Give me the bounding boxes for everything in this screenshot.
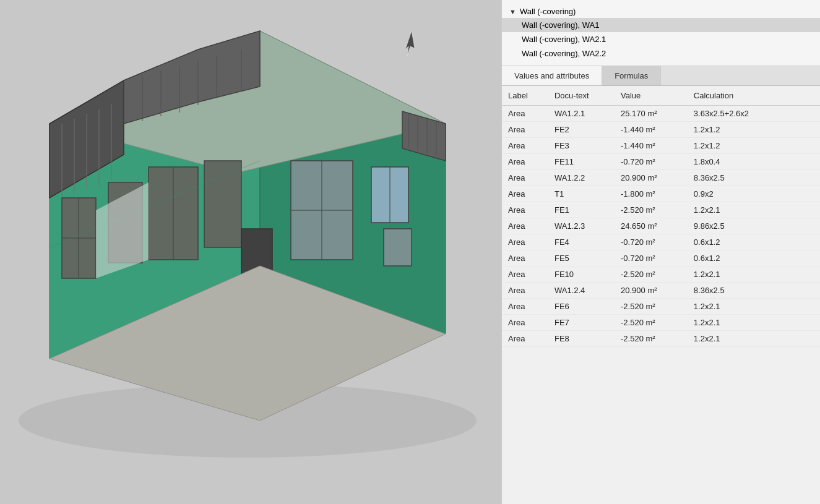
cell-label-3: Area — [502, 154, 548, 170]
cell-value-5: -1.800 m² — [615, 186, 688, 202]
cell-docu-12: FE6 — [548, 299, 615, 315]
tree-child-label: Wall (-covering), WA1 — [522, 20, 599, 30]
table-row[interactable]: AreaFE5-0.720 m²0.6x1.2 — [502, 250, 820, 267]
svg-rect-25 — [204, 161, 241, 247]
cell-value-11: 20.900 m² — [615, 283, 688, 299]
cell-label-0: Area — [502, 106, 548, 122]
3d-viewport[interactable] — [0, 0, 501, 504]
tree-child-wa21[interactable]: Wall (-covering), WA2.1 — [502, 32, 820, 46]
cell-value-8: -0.720 m² — [615, 234, 688, 250]
cell-docu-1: FE2 — [548, 122, 615, 138]
table-row[interactable]: AreaFE8-2.520 m²1.2x2.1 — [502, 331, 820, 347]
table-row[interactable]: AreaWA1.2.420.900 m²8.36x2.5 — [502, 283, 820, 299]
table-row[interactable]: AreaWA1.2.125.170 m²3.63x2.5+2.6x2 — [502, 106, 820, 122]
tree-parent-wall-covering[interactable]: ▼ Wall (-covering) — [502, 5, 820, 18]
cell-docu-10: FE10 — [548, 267, 615, 283]
cell-value-7: 24.650 m² — [615, 218, 688, 234]
cell-calc-11: 8.36x2.5 — [688, 283, 820, 299]
cell-label-7: Area — [502, 218, 548, 234]
cell-docu-9: FE5 — [548, 250, 615, 267]
cell-value-4: 20.900 m² — [615, 170, 688, 186]
svg-rect-41 — [384, 229, 412, 266]
cell-docu-2: FE3 — [548, 138, 615, 154]
cell-docu-13: FE7 — [548, 315, 615, 331]
col-header-docu: Docu-text — [548, 86, 615, 106]
cell-value-10: -2.520 m² — [615, 267, 688, 283]
col-header-label: Label — [502, 86, 548, 106]
tree-child-wa22[interactable]: Wall (-covering), WA2.2 — [502, 46, 820, 61]
table-row[interactable]: AreaT1-1.800 m²0.9x2 — [502, 186, 820, 202]
cell-value-0: 25.170 m² — [615, 106, 688, 122]
cell-label-10: Area — [502, 267, 548, 283]
cell-value-2: -1.440 m² — [615, 138, 688, 154]
table-row[interactable]: AreaFE3-1.440 m²1.2x1.2 — [502, 138, 820, 154]
chevron-down-icon: ▼ — [509, 8, 516, 15]
cell-calc-14: 1.2x2.1 — [688, 331, 820, 347]
table-row[interactable]: AreaFE2-1.440 m²1.2x1.2 — [502, 122, 820, 138]
values-table: Label Docu-text Value Calculation AreaWA… — [502, 86, 820, 347]
cell-calc-13: 1.2x2.1 — [688, 315, 820, 331]
cell-label-4: Area — [502, 170, 548, 186]
table-row[interactable]: AreaFE11-0.720 m²1.8x0.4 — [502, 154, 820, 170]
cell-value-13: -2.520 m² — [615, 315, 688, 331]
tree-child-label: Wall (-covering), WA2.1 — [522, 35, 606, 44]
tab-values[interactable]: Values and attributes — [502, 66, 602, 85]
cell-label-11: Area — [502, 283, 548, 299]
cell-label-13: Area — [502, 315, 548, 331]
cell-label-6: Area — [502, 202, 548, 218]
tabs-bar: Values and attributes Formulas — [502, 66, 820, 86]
col-header-calc: Calculation — [688, 86, 820, 106]
tree-child-wa1[interactable]: Wall (-covering), WA1 — [502, 18, 820, 32]
tree-section: ▼ Wall (-covering) Wall (-covering), WA1… — [502, 0, 820, 66]
table-row[interactable]: AreaFE1-2.520 m²1.2x2.1 — [502, 202, 820, 218]
cell-docu-0: WA1.2.1 — [548, 106, 615, 122]
table-row[interactable]: AreaWA1.2.220.900 m²8.36x2.5 — [502, 170, 820, 186]
table-header-row: Label Docu-text Value Calculation — [502, 86, 820, 106]
cell-value-1: -1.440 m² — [615, 122, 688, 138]
cell-docu-11: WA1.2.4 — [548, 283, 615, 299]
cell-calc-6: 1.2x2.1 — [688, 202, 820, 218]
tree-parent-label: Wall (-covering) — [520, 7, 576, 16]
table-row[interactable]: AreaFE10-2.520 m²1.2x2.1 — [502, 267, 820, 283]
cell-label-12: Area — [502, 299, 548, 315]
cell-value-3: -0.720 m² — [615, 154, 688, 170]
table-row[interactable]: AreaFE4-0.720 m²0.6x1.2 — [502, 234, 820, 250]
tab-formulas[interactable]: Formulas — [602, 66, 661, 85]
cell-calc-10: 1.2x2.1 — [688, 267, 820, 283]
cell-docu-6: FE1 — [548, 202, 615, 218]
cell-docu-4: WA1.2.2 — [548, 170, 615, 186]
table-section[interactable]: Label Docu-text Value Calculation AreaWA… — [502, 86, 820, 504]
cell-docu-8: FE4 — [548, 234, 615, 250]
cell-label-5: Area — [502, 186, 548, 202]
table-row[interactable]: AreaFE6-2.520 m²1.2x2.1 — [502, 299, 820, 315]
tree-child-label: Wall (-covering), WA2.2 — [522, 49, 606, 58]
cell-calc-9: 0.6x1.2 — [688, 250, 820, 267]
cell-label-8: Area — [502, 234, 548, 250]
cell-label-14: Area — [502, 331, 548, 347]
cell-docu-14: FE8 — [548, 331, 615, 347]
cell-label-2: Area — [502, 138, 548, 154]
cell-label-9: Area — [502, 250, 548, 267]
cell-value-12: -2.520 m² — [615, 299, 688, 315]
table-row[interactable]: AreaWA1.2.324.650 m²9.86x2.5 — [502, 218, 820, 234]
cell-calc-8: 0.6x1.2 — [688, 234, 820, 250]
right-panel: ▼ Wall (-covering) Wall (-covering), WA1… — [501, 0, 820, 504]
cell-value-14: -2.520 m² — [615, 331, 688, 347]
cell-calc-5: 0.9x2 — [688, 186, 820, 202]
cell-docu-3: FE11 — [548, 154, 615, 170]
cell-calc-2: 1.2x1.2 — [688, 138, 820, 154]
cell-calc-4: 8.36x2.5 — [688, 170, 820, 186]
cell-docu-5: T1 — [548, 186, 615, 202]
cell-value-9: -0.720 m² — [615, 250, 688, 267]
table-body: AreaWA1.2.125.170 m²3.63x2.5+2.6x2AreaFE… — [502, 106, 820, 347]
col-header-value: Value — [615, 86, 688, 106]
cell-calc-3: 1.8x0.4 — [688, 154, 820, 170]
cell-calc-0: 3.63x2.5+2.6x2 — [688, 106, 820, 122]
cell-docu-7: WA1.2.3 — [548, 218, 615, 234]
table-row[interactable]: AreaFE7-2.520 m²1.2x2.1 — [502, 315, 820, 331]
cell-value-6: -2.520 m² — [615, 202, 688, 218]
cell-calc-1: 1.2x1.2 — [688, 122, 820, 138]
cell-calc-7: 9.86x2.5 — [688, 218, 820, 234]
cell-label-1: Area — [502, 122, 548, 138]
cell-calc-12: 1.2x2.1 — [688, 299, 820, 315]
